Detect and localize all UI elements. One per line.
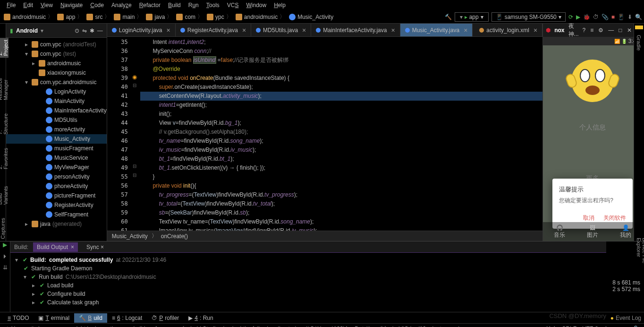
tool-resource-manager[interactable]: Resource Manager	[0, 67, 8, 102]
tool-gradle[interactable]: Gradle	[634, 31, 644, 54]
menu-file[interactable]: File	[4, 1, 18, 9]
tool-project[interactable]: 1: Project	[0, 38, 8, 58]
bottom-tab[interactable]: ⏱ Profiler	[147, 313, 184, 323]
attach-icon[interactable]: 📎	[602, 14, 609, 20]
breadcrumb-item[interactable]: com〉	[174, 12, 205, 22]
tree-view-mode[interactable]: Android	[16, 27, 38, 34]
close-icon[interactable]: ✕	[627, 27, 632, 34]
tree-item[interactable]: ▸androidmusic	[6, 59, 107, 68]
tree-item[interactable]: phoneActivity	[6, 181, 107, 191]
sdk-icon[interactable]: ⬇	[627, 14, 632, 20]
breadcrumb-item[interactable]: ypc〉	[205, 12, 234, 22]
hide-icon[interactable]: —	[97, 27, 103, 34]
tree-item[interactable]: xiaoxiongmusic	[6, 68, 107, 77]
breadcrumb-item[interactable]: Music_Activity	[287, 13, 335, 21]
tree-item[interactable]: ▸java (generated)	[6, 219, 107, 229]
menu-navigate[interactable]: Navigate	[58, 1, 85, 9]
tab-close-icon[interactable]: ×	[242, 26, 246, 34]
settings-icon[interactable]: ✱	[90, 27, 94, 34]
bottom-tab[interactable]: ▶ 4: Run	[184, 313, 218, 323]
tree-item[interactable]: personActivity	[6, 172, 107, 181]
editor-tab[interactable]: MD5Utils.java×	[251, 24, 311, 36]
bottom-tab[interactable]: ▣ Terminal	[34, 313, 74, 323]
tab-close-icon[interactable]: ×	[534, 26, 537, 34]
tool-build-variants[interactable]: Build Variants	[0, 181, 8, 207]
tool-captures[interactable]: Captures	[0, 216, 6, 241]
emu-btn-profile[interactable]: 个人信息	[543, 116, 642, 139]
build-filter-icon[interactable]: ⏵	[0, 253, 10, 264]
minimize-icon[interactable]: —	[608, 27, 614, 34]
debug-icon[interactable]: 🐞	[583, 14, 590, 20]
breadcrumb-item[interactable]: androidmusic〉	[2, 12, 55, 22]
tree-item[interactable]: Music_Activity	[6, 134, 107, 144]
menu-edit[interactable]: Edit	[20, 1, 36, 9]
editor-tab[interactable]: RegisterActivity.java×	[176, 24, 251, 36]
sync-icon[interactable]: ⟳	[568, 14, 573, 20]
locate-icon[interactable]: ⊙	[75, 27, 79, 34]
crumb-method[interactable]: onCreate()	[161, 233, 188, 240]
tool-structure[interactable]: 7: Structure	[0, 112, 8, 137]
menu-window[interactable]: Window	[243, 1, 269, 9]
tree-item[interactable]: MusicService	[6, 153, 107, 163]
hammer-icon[interactable]: 🔨	[445, 14, 452, 20]
bottom-tab[interactable]: ≡ 6: Logcat	[107, 313, 147, 323]
tree-item[interactable]: SelfFragment	[6, 210, 107, 219]
bottom-tab[interactable]: 🔨 Build	[74, 313, 107, 323]
tree-item[interactable]: MD5Utils	[6, 115, 107, 125]
tree-item[interactable]: LoginActivity	[6, 87, 107, 96]
maximize-icon[interactable]: □	[619, 27, 622, 34]
tree-item[interactable]: musicFragment	[6, 144, 107, 153]
breadcrumb-item[interactable]: src〉	[85, 12, 112, 22]
menu-view[interactable]: View	[38, 1, 56, 9]
menu-tools[interactable]: Tools	[203, 1, 222, 9]
menu-vcs[interactable]: VCS	[224, 1, 242, 9]
tree-item[interactable]: moreActivity	[6, 125, 107, 134]
emu-nav-music[interactable]: 🎧音乐	[554, 224, 565, 239]
tree-item[interactable]: MyViewPager	[6, 163, 107, 172]
editor-tab[interactable]: MainInterfaceActivity.java×	[311, 24, 400, 36]
menu-code[interactable]: Code	[87, 1, 107, 9]
menu-help[interactable]: Help	[271, 1, 288, 9]
tab-close-icon[interactable]: ×	[464, 26, 467, 34]
tree-item[interactable]: ▸com.ypc (androidTest)	[6, 40, 107, 49]
tree-item[interactable]: RegisterActivity	[6, 200, 107, 210]
device-select[interactable]: 📱 samsung SM-G9550 ▾	[491, 12, 566, 22]
build-expand-icon[interactable]: ⇊	[0, 264, 10, 275]
build-rerun-icon[interactable]: ▶	[0, 241, 10, 253]
tree-item[interactable]: ▾com.ypc (test)	[6, 49, 107, 59]
tab-close-icon[interactable]: ×	[167, 26, 170, 34]
tree-item[interactable]: MainActivity	[6, 96, 107, 106]
dialog-ok[interactable]: 关闭软件	[603, 215, 626, 221]
tab-close-icon[interactable]: ×	[391, 26, 395, 34]
menu-run[interactable]: Run	[186, 1, 202, 9]
status-lock-icon[interactable]: 🔓	[632, 326, 639, 327]
gear-icon[interactable]: ⚙	[598, 27, 603, 34]
tool-device-explorer[interactable]: Device File Explorer	[634, 234, 644, 272]
tree-item[interactable]: MainInterfaceActivity	[6, 106, 107, 115]
code-editor[interactable]: Intent intent1,intent2; MyServiceConn co…	[138, 37, 542, 231]
help-icon[interactable]: ?	[583, 27, 586, 34]
run-config-select[interactable]: ▸app ▾	[455, 12, 489, 22]
menu-analyze[interactable]: Analyze	[109, 1, 135, 9]
bottom-tab[interactable]: ≡ TODO	[3, 313, 34, 323]
breadcrumb-item[interactable]: java〉	[144, 12, 174, 22]
run-icon[interactable]: ▶	[576, 14, 580, 20]
breadcrumb-item[interactable]: main〉	[112, 12, 144, 22]
breadcrumb-item[interactable]: androidmusic〉	[234, 12, 287, 22]
emu-nav-me[interactable]: 👤我的	[620, 224, 631, 239]
stop-icon[interactable]: ■	[611, 14, 615, 20]
collapse-icon[interactable]: ⇋	[82, 27, 87, 34]
fold-column[interactable]: ◉⊟⊟⊟	[131, 37, 138, 231]
status-warn-icon[interactable]: ⚠	[5, 326, 10, 327]
editor-tab[interactable]: activity_login.xml×	[473, 24, 542, 36]
status-le[interactable]: CRLF	[562, 326, 576, 327]
build-tab-output[interactable]: Build Output×	[33, 242, 78, 252]
tool-favorites[interactable]: 2: Favorites	[0, 146, 8, 171]
editor-tab[interactable]: LoginActivity.java×	[107, 24, 176, 36]
status-pos[interactable]: 41:1	[545, 326, 556, 327]
status-indent[interactable]: 4 spaces	[604, 326, 627, 327]
tree-item[interactable]: pictureFragment	[6, 191, 107, 200]
profile-icon[interactable]: ⏱	[593, 14, 599, 20]
menu-build[interactable]: Build	[165, 1, 184, 9]
crumb-class[interactable]: Music_Activity	[112, 233, 148, 240]
